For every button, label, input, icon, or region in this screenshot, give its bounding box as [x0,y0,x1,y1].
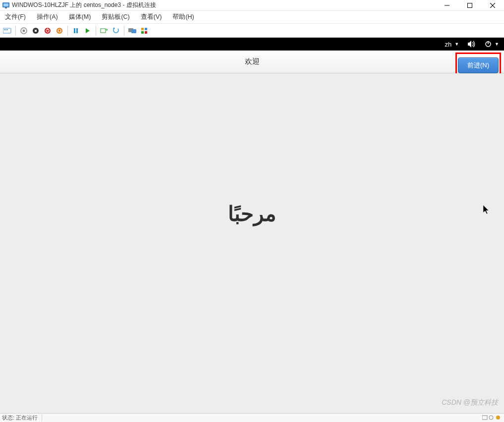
svg-rect-2 [5,7,7,8]
window-titlebar: WINDWOS-10HLZJF 上的 centos_node3 - 虚拟机连接 [0,0,504,11]
menu-file[interactable]: 文件(F) [3,12,28,22]
window-title: WINDWOS-10HLZJF 上的 centos_node3 - 虚拟机连接 [12,1,436,9]
svg-rect-4 [468,3,472,7]
svg-rect-29 [141,31,144,34]
svg-rect-20 [74,28,75,33]
toolbar-separator [67,26,68,36]
page-title: 欢迎 [0,57,504,66]
gnome-topbar: zh ▼ ▼ [0,38,504,51]
svg-marker-31 [468,41,471,48]
svg-point-36 [489,416,493,420]
svg-rect-23 [101,29,106,33]
input-method-label: zh [445,41,451,48]
chevron-down-icon: ▼ [454,42,459,47]
volume-indicator[interactable] [468,41,476,48]
power-icon [485,41,492,48]
minimize-button[interactable] [436,0,458,11]
save-button[interactable] [54,25,65,36]
svg-rect-8 [4,29,5,30]
svg-rect-21 [76,28,78,33]
speaker-icon [468,41,476,48]
reset-button[interactable] [82,25,93,36]
toolbar [0,24,504,38]
menu-help[interactable]: 帮助(H) [170,12,196,22]
ctrl-alt-del-button[interactable] [2,25,13,36]
status-icons [482,415,502,422]
system-menu[interactable]: ▼ [485,41,499,48]
svg-rect-7 [3,28,11,33]
toolbar-separator [15,26,16,36]
close-button[interactable] [481,0,504,11]
svg-marker-22 [86,28,90,33]
status-text: 状态: 正在运行 [2,414,42,422]
welcome-content: مرحبًا CSDN @预立科技 [0,73,504,413]
menu-action[interactable]: 操作(A) [35,12,60,22]
toolbar-separator [124,26,124,36]
checkpoint-button[interactable] [99,25,110,36]
greeting-text: مرحبًا [228,202,277,226]
svg-point-37 [496,416,500,420]
pause-button[interactable] [70,25,81,36]
svg-rect-26 [131,29,136,33]
welcome-header: 欢迎 前进(N) [0,51,504,73]
shutdown-button[interactable] [42,25,53,36]
svg-rect-1 [3,3,8,6]
toolbar-separator [96,26,96,36]
share-button[interactable] [139,25,150,36]
menu-media[interactable]: 媒体(M) [67,12,93,22]
next-button[interactable]: 前进(N) [458,57,499,73]
svg-marker-34 [483,205,489,214]
app-icon [2,1,10,9]
start-button[interactable] [18,25,29,36]
svg-rect-9 [5,29,6,30]
svg-rect-30 [145,31,147,34]
enhanced-session-button[interactable] [127,25,138,36]
svg-rect-28 [145,28,147,30]
menubar: 文件(F) 操作(A) 媒体(M) 剪贴板(C) 查看(V) 帮助(H) [0,11,504,24]
statusbar: 状态: 正在运行 [0,413,504,422]
svg-rect-27 [141,28,144,30]
maximize-button[interactable] [458,0,481,11]
input-method-indicator[interactable]: zh ▼ [445,41,459,48]
svg-marker-24 [113,27,115,29]
svg-rect-10 [7,29,8,30]
turnoff-button[interactable] [30,25,41,36]
mouse-cursor-icon [483,205,490,217]
chevron-down-icon: ▼ [495,42,499,47]
svg-rect-14 [35,30,37,32]
revert-button[interactable] [111,25,121,36]
svg-point-18 [56,28,62,34]
window-controls [436,0,504,11]
watermark: CSDN @预立科技 [442,398,498,407]
menu-view[interactable]: 查看(V) [139,12,164,22]
menu-clipboard[interactable]: 剪贴板(C) [100,12,131,22]
svg-rect-35 [482,416,487,420]
svg-point-12 [23,29,25,32]
